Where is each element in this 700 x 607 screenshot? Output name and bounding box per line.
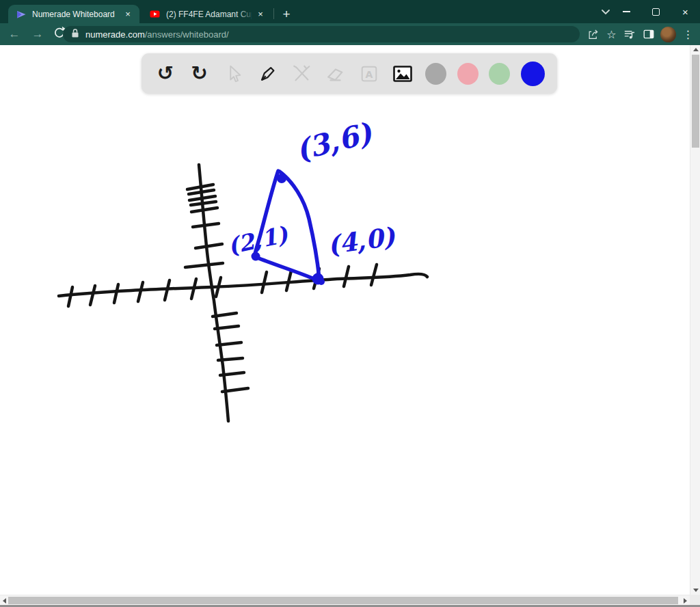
address-bar: ← → numerade.com/answers/whiteboard/ ☆ ⋮ [0, 23, 700, 45]
label-3-6: (3,6) [293, 116, 376, 167]
kebab-menu-icon[interactable]: ⋮ [679, 25, 697, 44]
media-queue-icon[interactable] [621, 25, 639, 44]
label-4-0: (4,0) [325, 221, 398, 260]
tab-youtube-video[interactable]: (2) FF4FE Adamant Cup - Bracket × [142, 5, 272, 23]
color-swatch-green[interactable] [489, 63, 510, 85]
vertical-scrollbar[interactable] [690, 45, 700, 595]
label-2-1: (2,1) [226, 221, 291, 260]
whiteboard-canvas[interactable]: (3,6) (2,1) (4,0) ↺ ↻ A [0, 45, 700, 607]
scroll-up-arrow-icon[interactable] [693, 48, 699, 51]
minimize-button[interactable] [612, 0, 641, 23]
eraser-tool-button[interactable] [323, 62, 347, 86]
undo-button[interactable]: ↺ [154, 62, 177, 86]
triangle-vertex-dots [252, 174, 325, 285]
whiteboard-toolbar: ↺ ↻ A [142, 53, 557, 94]
color-swatch-gray[interactable] [425, 63, 446, 85]
close-tab-icon[interactable]: × [254, 8, 267, 21]
new-tab-button[interactable]: + [278, 5, 295, 23]
address-bar-actions: ☆ ⋮ [584, 23, 697, 45]
maximize-button[interactable] [641, 0, 671, 23]
tab-separator [273, 8, 274, 19]
redo-button[interactable]: ↻ [188, 62, 211, 86]
url-field[interactable]: numerade.com/answers/whiteboard/ [63, 26, 580, 42]
tab-title: Numerade Whiteboard [32, 10, 119, 19]
forward-icon[interactable]: → [29, 25, 46, 43]
maximize-icon [652, 8, 660, 16]
select-tool-button[interactable] [221, 62, 245, 86]
color-swatch-pink[interactable] [457, 63, 479, 85]
color-swatch-blue-selected[interactable] [521, 62, 545, 86]
numerade-logo-icon [15, 8, 27, 20]
back-icon[interactable]: ← [5, 25, 23, 43]
lock-icon [71, 28, 79, 41]
point-labels: (3,6) (2,1) (4,0) [226, 116, 399, 260]
pen-tool-button[interactable] [256, 62, 279, 86]
scroll-right-arrow-icon[interactable] [684, 598, 687, 604]
profile-avatar[interactable] [660, 27, 676, 42]
triangle-strokes [254, 171, 319, 280]
text-tool-button[interactable]: A [358, 62, 381, 86]
tab-strip: Numerade Whiteboard × (2) FF4FE Adamant … [0, 0, 700, 23]
vertical-scrollbar-thumb[interactable] [692, 55, 699, 148]
scrollbar-corner [690, 595, 700, 605]
url-path: /answers/whiteboard/ [145, 29, 229, 40]
tab-title-fade [237, 8, 254, 21]
horizontal-scrollbar-thumb[interactable] [8, 597, 678, 604]
minimize-icon [623, 11, 630, 12]
scroll-down-arrow-icon[interactable] [693, 589, 699, 592]
youtube-logo-icon [149, 8, 161, 20]
side-panel-icon[interactable] [639, 25, 658, 44]
bookmark-star-icon[interactable]: ☆ [602, 25, 621, 44]
close-tab-icon[interactable]: × [122, 8, 134, 21]
horizontal-scrollbar[interactable] [0, 595, 690, 605]
image-tool-button[interactable] [391, 62, 414, 86]
text-tool-letter: A [365, 68, 373, 79]
scroll-left-arrow-icon[interactable] [3, 598, 6, 604]
shapes-tool-button[interactable] [290, 62, 313, 86]
tab-numerade-whiteboard[interactable]: Numerade Whiteboard × [8, 5, 139, 23]
share-icon[interactable] [584, 25, 602, 44]
browser-window: Numerade Whiteboard × (2) FF4FE Adamant … [0, 0, 700, 607]
url-domain: numerade.com [85, 29, 145, 40]
tab-search-chevron-icon[interactable] [599, 5, 612, 18]
close-window-button[interactable]: × [671, 0, 700, 23]
url-text: numerade.com/answers/whiteboard/ [85, 29, 229, 40]
axes-strokes [59, 165, 427, 421]
window-controls: × [612, 0, 700, 23]
